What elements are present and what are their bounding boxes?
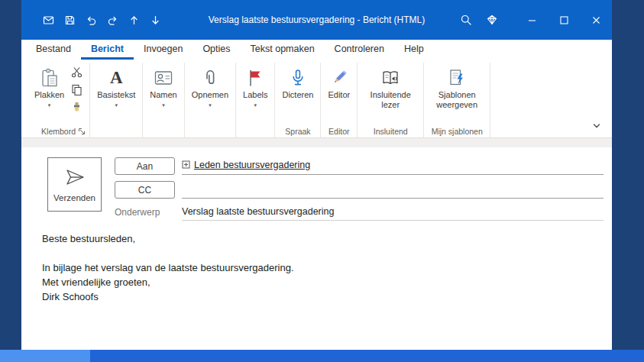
flag-icon xyxy=(245,65,265,90)
tab-opties[interactable]: Opties xyxy=(193,40,240,60)
collapse-ribbon-button[interactable] xyxy=(592,121,601,131)
ribbon: Plakken ▾ Klembord xyxy=(21,60,612,138)
to-field[interactable]: Leden bestuursvergadering xyxy=(182,155,604,175)
outlook-message-window: Verslag laatste bestuursvergadering - Be… xyxy=(21,0,612,350)
body-line: Met vriendelijke groeten, xyxy=(42,275,589,289)
tab-tekst-opmaken[interactable]: Tekst opmaken xyxy=(241,40,325,60)
ribbon-group-labels: Labels ▾ xyxy=(236,63,275,137)
opnemen-button-label: Opnemen xyxy=(192,90,228,100)
undo-button[interactable] xyxy=(86,15,97,26)
dialog-launcher-button[interactable] xyxy=(78,128,86,135)
tab-invoegen[interactable]: Invoegen xyxy=(134,40,193,60)
insluitende-lezer-button-label: Insluitende lezer xyxy=(364,90,416,109)
ribbon-group-spraak: Dicteren Spraak xyxy=(275,63,321,137)
clipboard-small-buttons xyxy=(67,63,86,113)
basistekst-button-label: Basistekst xyxy=(97,90,135,100)
chevron-down-icon: ▾ xyxy=(254,102,257,108)
minimize-icon xyxy=(526,15,538,26)
immersive-reader-icon xyxy=(380,65,400,90)
ribbon-tab-bar: Bestand Bericht Invoegen Opties Tekst op… xyxy=(21,40,612,60)
ribbon-message-divider xyxy=(21,138,612,147)
close-button[interactable] xyxy=(580,0,612,40)
opnemen-button[interactable]: Opnemen ▾ xyxy=(189,63,231,111)
format-painter-button[interactable] xyxy=(69,102,84,113)
gem-button[interactable] xyxy=(479,0,505,40)
titlebar: Verslag laatste bestuursvergadering - Be… xyxy=(21,0,612,40)
tab-help[interactable]: Help xyxy=(394,40,434,60)
dicteren-button-label: Dicteren xyxy=(282,90,313,100)
bottom-bar-highlight xyxy=(0,350,90,362)
message-icon xyxy=(43,15,54,26)
ribbon-group-mijn-sjablonen: Sjablonen weergeven Mijn sjablonen xyxy=(424,63,490,137)
paperclip-icon xyxy=(200,65,220,90)
gem-icon xyxy=(486,14,498,26)
search-button[interactable] xyxy=(453,0,479,40)
dialog-launcher-icon xyxy=(78,128,86,135)
dicteren-button[interactable]: Dicteren xyxy=(279,63,316,102)
subject-value: Verslag laatste bestuursvergadering xyxy=(182,206,334,217)
send-button[interactable]: Verzenden xyxy=(47,157,102,212)
paste-button[interactable]: Plakken ▾ xyxy=(31,63,67,111)
contact-card-icon xyxy=(154,65,173,90)
editor-pencil-icon xyxy=(329,65,349,90)
compose-area: Verzenden Aan CC Leden bestuursvergaderi… xyxy=(21,147,612,350)
redo-icon xyxy=(107,15,118,26)
templates-lightning-icon xyxy=(447,65,467,90)
editor-button-label: Editor xyxy=(328,90,350,100)
ribbon-group-basistekst: A Basistekst ▾ xyxy=(90,63,143,137)
tab-bestand[interactable]: Bestand xyxy=(26,40,81,60)
body-line: In bijlage het verslag van de laatste be… xyxy=(42,260,589,275)
to-button[interactable]: Aan xyxy=(115,157,175,175)
minimize-button[interactable] xyxy=(516,0,548,40)
group-label-insluitend: Insluitend xyxy=(374,127,408,136)
recipient-link[interactable]: Leden bestuursvergadering xyxy=(194,160,310,170)
message-body[interactable]: Beste bestuursleden, In bijlage het vers… xyxy=(42,231,589,304)
next-item-button[interactable] xyxy=(150,15,161,26)
chevron-down-icon: ▾ xyxy=(209,102,212,108)
previous-item-icon xyxy=(128,15,140,26)
sjablonen-weergeven-button-label: Sjablonen weergeven xyxy=(431,90,483,109)
expand-group-icon xyxy=(182,160,190,169)
search-icon xyxy=(460,14,472,26)
send-button-label: Verzenden xyxy=(53,193,95,202)
window-title: Verslag laatste bestuursvergadering - Be… xyxy=(209,0,425,40)
group-label-spraak: Spraak xyxy=(285,127,310,136)
ribbon-group-opnemen: Opnemen ▾ xyxy=(185,63,236,137)
editor-button[interactable]: Editor xyxy=(325,63,353,102)
tab-controleren[interactable]: Controleren xyxy=(325,40,394,60)
save-button[interactable] xyxy=(64,15,76,26)
cut-button[interactable] xyxy=(69,66,84,78)
cc-button[interactable]: CC xyxy=(115,181,175,199)
body-line: Dirk Schoofs xyxy=(42,289,589,304)
previous-item-button[interactable] xyxy=(128,15,140,26)
redo-button[interactable] xyxy=(107,15,118,26)
bottom-bar xyxy=(0,350,644,362)
ribbon-group-insluitend: Insluitende lezer Insluitend xyxy=(358,63,424,137)
titlebar-right-controls xyxy=(453,0,612,40)
chevron-down-icon: ▾ xyxy=(48,102,51,108)
expand-group-button[interactable] xyxy=(182,160,190,169)
sjablonen-weergeven-button[interactable]: Sjablonen weergeven xyxy=(428,63,486,112)
group-label-klembord: Klembord xyxy=(41,127,76,136)
undo-icon xyxy=(86,15,97,26)
namen-button[interactable]: Namen ▾ xyxy=(147,63,180,111)
chevron-down-icon xyxy=(592,121,601,131)
close-icon xyxy=(591,15,602,26)
namen-button-label: Namen xyxy=(150,90,176,100)
body-line xyxy=(42,246,589,260)
clipboard-paste-icon xyxy=(39,65,60,90)
maximize-button[interactable] xyxy=(548,0,580,40)
format-painter-icon xyxy=(71,102,83,113)
insluitende-lezer-button[interactable]: Insluitende lezer xyxy=(361,63,419,112)
maximize-icon xyxy=(558,15,570,26)
copy-button[interactable] xyxy=(69,84,84,95)
tab-bericht[interactable]: Bericht xyxy=(81,40,134,60)
subject-field[interactable]: Verslag laatste bestuursvergadering xyxy=(182,202,604,221)
microphone-icon xyxy=(288,65,308,90)
cc-field[interactable] xyxy=(182,179,604,199)
basistekst-button[interactable]: A Basistekst ▾ xyxy=(94,63,138,111)
quick-access-toolbar xyxy=(43,15,161,26)
copy-icon xyxy=(71,84,83,95)
chevron-down-icon: ▾ xyxy=(115,102,118,108)
labels-button[interactable]: Labels ▾ xyxy=(240,63,270,111)
